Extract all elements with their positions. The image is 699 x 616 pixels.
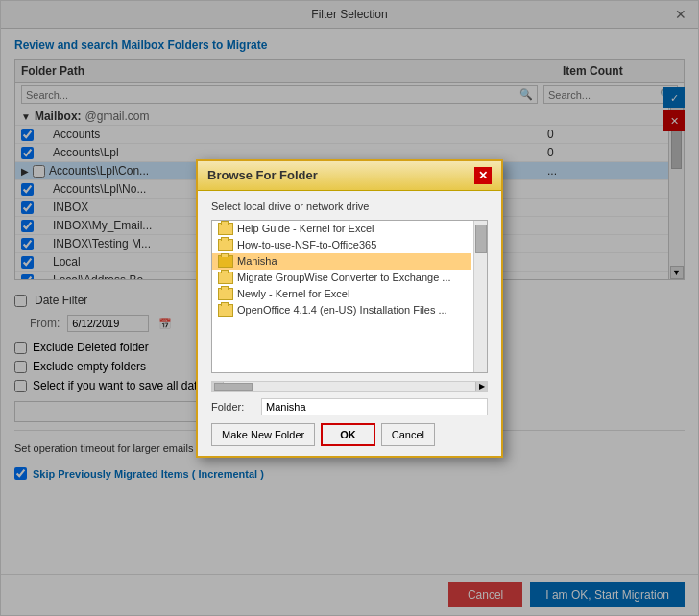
dialog-overlay: Browse For Folder ✕ Select local drive o… (1, 1, 698, 615)
folder-input-row: Folder: (211, 398, 488, 415)
tree-scrollbar[interactable] (473, 221, 487, 372)
tree-item-manisha[interactable]: Manisha (212, 253, 471, 270)
hscroll-thumb[interactable] (214, 383, 253, 391)
dialog-title-bar: Browse For Folder ✕ (198, 161, 501, 191)
dialog-close-button[interactable]: ✕ (474, 167, 492, 184)
dialog-body: Select local drive or network drive Help… (198, 191, 501, 456)
folder-name-input[interactable] (261, 398, 488, 415)
folder-icon (218, 255, 233, 268)
tree-item-label: Help Guide - Kernel for Excel (237, 223, 466, 234)
dialog-tree: Help Guide - Kernel for Excel How-to-use… (211, 220, 488, 373)
tree-item-label: Manisha (237, 255, 466, 267)
tree-item-newly[interactable]: Newly - Kernel for Excel (212, 286, 471, 302)
tree-item-howto[interactable]: How-to-use-NSF-to-Office365 (212, 237, 471, 253)
folder-icon (218, 304, 233, 317)
folder-icon (218, 239, 233, 251)
main-window: Filter Selection ✕ Review and search Mai… (0, 0, 699, 616)
tree-item-label: OpenOffice 4.1.4 (en-US) Installation Fi… (237, 304, 466, 316)
folder-icon (218, 288, 233, 300)
browse-folder-dialog: Browse For Folder ✕ Select local drive o… (196, 159, 503, 458)
dialog-subtitle: Select local drive or network drive (211, 201, 488, 212)
dialog-buttons: Make New Folder OK Cancel (211, 423, 488, 446)
tree-item-label: Newly - Kernel for Excel (237, 288, 466, 299)
tree-item-migrate[interactable]: Migrate GroupWise Converter to Exchange … (212, 270, 471, 286)
tree-item-helpguide[interactable]: Help Guide - Kernel for Excel (212, 221, 471, 237)
tree-scroll-thumb[interactable] (475, 225, 487, 253)
hscroll-right-arrow[interactable]: ▶ (475, 382, 487, 391)
tree-item-label: How-to-use-NSF-to-Office365 (237, 239, 466, 250)
dialog-cancel-button[interactable]: Cancel (381, 423, 435, 446)
folder-label: Folder: (211, 401, 255, 413)
dialog-hscrollbar[interactable]: ◀ ▶ (211, 381, 488, 392)
tree-item-openoffice[interactable]: OpenOffice 4.1.4 (en-US) Installation Fi… (212, 302, 471, 319)
ok-button[interactable]: OK (321, 423, 375, 446)
folder-icon (218, 223, 233, 235)
tree-item-label: Migrate GroupWise Converter to Exchange … (237, 272, 466, 283)
make-new-folder-button[interactable]: Make New Folder (211, 423, 315, 446)
folder-icon (218, 272, 233, 284)
dialog-title: Browse For Folder (207, 168, 318, 182)
